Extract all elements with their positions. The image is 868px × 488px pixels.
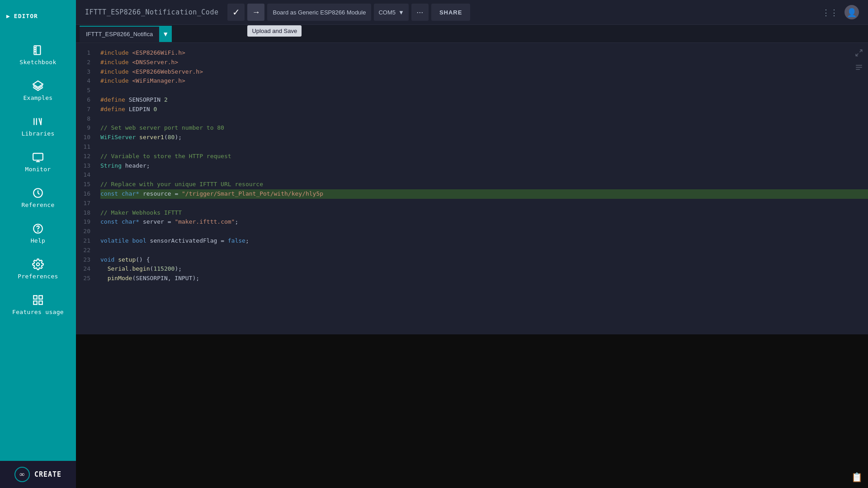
- fullscreen-icon: [855, 49, 863, 57]
- tab-main[interactable]: IFTTT_ESP8266_Notifica: [80, 26, 159, 42]
- svg-point-9: [38, 231, 38, 231]
- topbar: IFTTT_ESP8266_Notification_Code ✓ → Uplo…: [76, 0, 868, 25]
- sketchbook-label: Sketchbook: [19, 59, 56, 66]
- sidebar-item-help[interactable]: Help: [0, 215, 76, 250]
- examples-label: Examples: [23, 94, 52, 101]
- toolbar-actions: ✓ → Upload and Save Board as Generic ESP…: [227, 4, 470, 21]
- verify-button[interactable]: ✓: [227, 4, 245, 21]
- svg-rect-13: [33, 301, 37, 305]
- monitor-icon: [32, 151, 44, 163]
- avatar[interactable]: 👤: [844, 5, 859, 19]
- sidebar-item-libraries[interactable]: Libraries: [0, 108, 76, 143]
- monitor-label: Monitor: [25, 166, 51, 173]
- editor-right-icons: [854, 47, 864, 73]
- help-icon: [32, 223, 44, 235]
- fullscreen-button[interactable]: [854, 47, 864, 58]
- create-label: CREATE: [34, 470, 61, 479]
- sidebar-item-monitor[interactable]: Monitor: [0, 143, 76, 179]
- preferences-label: Preferences: [18, 273, 58, 280]
- com-dropdown-icon: ▼: [398, 9, 404, 16]
- tab-dropdown[interactable]: ▼: [159, 26, 172, 42]
- reference-label: Reference: [21, 202, 54, 208]
- editor-label: EDITOR: [14, 13, 38, 19]
- library-icon: [32, 116, 44, 127]
- reference-icon: [32, 187, 44, 199]
- copy-icon[interactable]: 📋: [851, 472, 863, 483]
- help-label: Help: [31, 237, 46, 244]
- gear-icon: [32, 258, 44, 270]
- upload-icon: →: [252, 8, 260, 17]
- file-title: IFTTT_ESP8266_Notification_Code: [85, 8, 218, 16]
- topbar-right: ⋮⋮ 👤: [822, 5, 859, 19]
- libraries-label: Libraries: [21, 130, 54, 137]
- sidebar-item-preferences[interactable]: Preferences: [0, 250, 76, 286]
- arduino-logo: ∞: [14, 467, 30, 482]
- tab-bar: IFTTT_ESP8266_Notifica ▼: [76, 25, 868, 43]
- bottom-console: 📋: [76, 334, 868, 488]
- board-label: Board as Generic ESP8266 Module: [273, 9, 366, 16]
- tab-label: IFTTT_ESP8266_Notifica: [86, 31, 153, 38]
- layers-icon: [32, 80, 44, 92]
- svg-text:∞: ∞: [19, 470, 24, 478]
- avatar-icon: 👤: [847, 8, 857, 17]
- svg-rect-4: [33, 153, 43, 160]
- upload-button[interactable]: →: [247, 4, 264, 21]
- code-editor[interactable]: #include <ESP8266WiFi.h> #include <DNSSe…: [95, 43, 868, 334]
- find-icon: [855, 63, 863, 71]
- svg-line-18: [856, 54, 858, 56]
- features-label: Features usage: [12, 309, 64, 315]
- share-label: SHARE: [439, 9, 462, 16]
- com-label: COM5: [378, 9, 396, 16]
- upload-tooltip: Upload and Save: [247, 25, 302, 37]
- book-icon: [32, 44, 44, 56]
- board-selector[interactable]: Board as Generic ESP8266 Module: [267, 4, 371, 21]
- features-icon: [32, 294, 44, 306]
- share-button[interactable]: SHARE: [431, 4, 471, 21]
- sidebar-item-examples[interactable]: Examples: [0, 72, 76, 108]
- sidebar-item-sketchbook[interactable]: Sketchbook: [0, 36, 76, 72]
- create-bar[interactable]: ∞ CREATE: [0, 461, 76, 488]
- chevron-down-icon: ▼: [164, 30, 167, 38]
- grid-icon[interactable]: ⋮⋮: [822, 8, 838, 17]
- find-button[interactable]: [854, 62, 864, 73]
- svg-rect-11: [33, 296, 37, 299]
- svg-rect-12: [39, 296, 42, 299]
- sidebar: ▶ EDITOR Sketchbook Examples Libraries M…: [0, 0, 76, 488]
- more-button[interactable]: ···: [411, 4, 429, 21]
- editor-toggle[interactable]: ▶ EDITOR: [6, 13, 38, 19]
- sidebar-item-reference[interactable]: Reference: [0, 179, 76, 215]
- com-selector[interactable]: COM5 ▼: [374, 4, 408, 21]
- svg-point-10: [37, 263, 40, 266]
- editor-area: 1 2 3 4 5 6 7 8 9 10 11 12 13 14 15 16 1…: [76, 43, 868, 334]
- line-numbers: 1 2 3 4 5 6 7 8 9 10 11 12 13 14 15 16 1…: [76, 43, 95, 334]
- svg-line-17: [860, 50, 862, 52]
- sidebar-nav: Sketchbook Examples Libraries Monitor Re…: [0, 36, 76, 322]
- verify-icon: ✓: [232, 7, 240, 18]
- sidebar-item-features[interactable]: Features usage: [0, 286, 76, 322]
- toggle-icon: ▶: [6, 13, 10, 19]
- main-content: IFTTT_ESP8266_Notification_Code ✓ → Uplo…: [76, 0, 868, 488]
- svg-rect-14: [39, 301, 42, 305]
- dots-icon: ···: [416, 8, 423, 17]
